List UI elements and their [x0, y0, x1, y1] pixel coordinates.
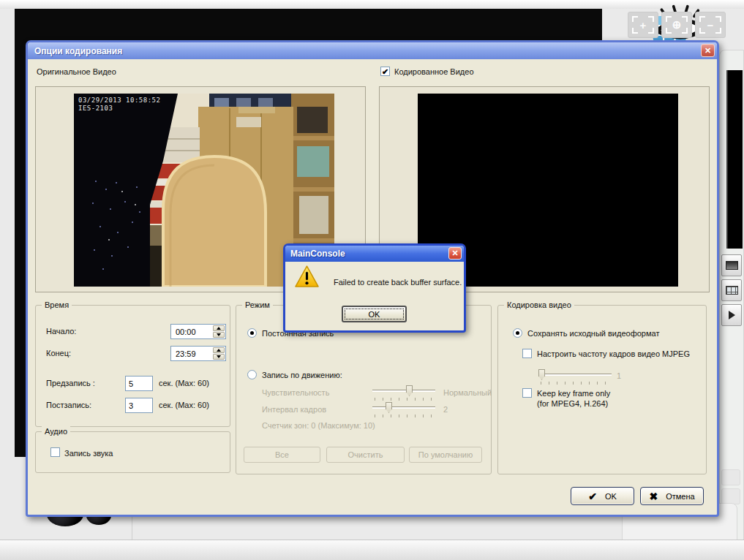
screen-icon	[726, 261, 738, 270]
check-icon: ✔	[588, 491, 597, 502]
start-time-label: Начало:	[46, 327, 76, 336]
start-time-spinner	[170, 324, 226, 339]
screen-layout-button[interactable]	[721, 254, 742, 276]
end-time-spinner	[170, 346, 226, 361]
mode-group-title: Режим	[242, 300, 273, 310]
clear-button[interactable]: Очистить	[326, 447, 405, 463]
default-button[interactable]: По умолчанию	[409, 447, 482, 463]
error-close-button[interactable]: ✕	[448, 247, 462, 260]
mjpeg-framerate-label: Настроить частоту кадров видео MJPEG	[537, 349, 690, 358]
continuous-record-radio[interactable]	[247, 328, 257, 338]
zoom-in-icon: +	[628, 12, 658, 37]
motion-record-radio[interactable]	[247, 370, 257, 379]
window-bottom-strip	[0, 540, 744, 560]
zoom-out-icon: −	[696, 12, 725, 37]
video-encoding-group-title: Кодировка видео	[504, 300, 574, 310]
app-window: + ⊕ − Опции кодирования ✕ Оригинальное В…	[0, 0, 744, 560]
mjpeg-framerate-slider[interactable]	[538, 368, 612, 385]
spinner-down-icon[interactable]	[213, 332, 225, 338]
keep-format-label: Сохранять исходный видеоформат	[527, 329, 659, 338]
next-page-button[interactable]	[721, 304, 742, 326]
keyframe-only-checkbox[interactable]	[522, 388, 532, 398]
window-top-strip	[0, 0, 744, 9]
close-icon: ✕	[451, 249, 458, 258]
error-dialog-title-bar[interactable]: MainConsole	[285, 246, 464, 262]
spinner-up-icon[interactable]	[213, 325, 225, 331]
grid-layout-button[interactable]	[721, 279, 742, 301]
time-group-title: Время	[42, 300, 72, 310]
mainconsole-error-dialog: MainConsole ✕ Failed to create back buff…	[283, 243, 466, 333]
all-button[interactable]: Все	[244, 447, 320, 463]
postrecord-suffix: сек. (Max: 60)	[159, 401, 209, 409]
end-time-input[interactable]	[171, 347, 209, 361]
spinner-down-icon[interactable]	[213, 354, 225, 360]
mjpeg-framerate-value: 1	[617, 371, 621, 380]
error-message: Failed to create back buffer surface.	[334, 278, 462, 287]
error-ok-button[interactable]: OK	[342, 306, 407, 322]
original-video-label: Оригинальное Видео	[37, 67, 116, 76]
end-time-label: Конец:	[46, 349, 71, 357]
record-sound-checkbox[interactable]	[50, 447, 60, 457]
arrow-right-icon	[729, 311, 740, 319]
x-icon: ✖	[649, 491, 658, 502]
side-video-edge	[726, 70, 743, 249]
frame-interval-slider[interactable]	[372, 401, 435, 418]
spinner-up-icon[interactable]	[213, 347, 225, 353]
prerecord-suffix: сек. (Max: 60)	[159, 379, 209, 387]
focus-button[interactable]: ⊕	[661, 12, 692, 38]
mjpeg-framerate-checkbox[interactable]	[522, 349, 532, 358]
prerecord-input[interactable]	[125, 376, 153, 391]
video-timestamp: 03/29/2013 10:58:52	[78, 97, 160, 104]
cancel-button-label: Отмена	[666, 492, 694, 501]
ok-button-label: OK	[605, 492, 617, 501]
encoded-video-label: Кодированное Видео	[394, 67, 474, 76]
sensitivity-slider[interactable]	[372, 385, 435, 401]
cancel-button[interactable]: ✖ Отмена	[640, 487, 704, 505]
dialog-title: Опции кодирования	[34, 46, 122, 56]
keyframe-only-label: Keep key frame only	[537, 389, 610, 398]
video-encoding-group: Кодировка видео Сохранять исходный видео…	[497, 305, 707, 474]
disabled-side-button	[721, 469, 740, 485]
keyframe-only-sublabel: (for MPEG4, H.264)	[537, 399, 608, 408]
focus-icon: ⊕	[662, 12, 691, 37]
close-icon: ✕	[704, 46, 711, 56]
frame-interval-label: Интервал кадров	[262, 405, 326, 414]
encoded-video-checkbox[interactable]: ✔	[380, 67, 390, 76]
frame-interval-value: 2	[443, 405, 448, 414]
sensitivity-value: Нормальный	[443, 388, 492, 397]
audio-group: Аудио Запись звука	[35, 431, 230, 473]
ok-button[interactable]: ✔ OK	[571, 487, 634, 505]
zoom-out-button[interactable]: −	[695, 12, 726, 38]
error-dialog-title: MainConsole	[290, 249, 345, 259]
time-group: Время Начало: Конец: Предзапись : сек. (…	[35, 305, 230, 427]
panel-divider	[132, 516, 132, 540]
zone-counter-label: Счетчик зон: 0 (Максимум: 10)	[262, 421, 375, 430]
warning-icon	[295, 265, 319, 289]
start-time-input[interactable]	[171, 325, 209, 339]
prerecord-label: Предзапись :	[46, 379, 95, 387]
dialog-title-bar[interactable]: Опции кодирования	[28, 42, 717, 59]
zoom-in-button[interactable]: +	[628, 12, 658, 38]
video-camera-id: IES-2103	[78, 105, 113, 112]
grid-icon	[726, 286, 738, 295]
motion-record-label: Запись по движению:	[262, 371, 342, 379]
sensitivity-label: Чувствительность	[262, 388, 329, 397]
postrecord-label: Постзапись:	[46, 401, 91, 409]
disabled-side-button	[721, 488, 740, 504]
audio-group-title: Аудио	[42, 426, 70, 436]
record-sound-label: Запись звука	[64, 449, 113, 458]
close-button[interactable]: ✕	[701, 44, 715, 57]
keep-format-radio[interactable]	[513, 328, 522, 338]
postrecord-input[interactable]	[125, 398, 153, 413]
